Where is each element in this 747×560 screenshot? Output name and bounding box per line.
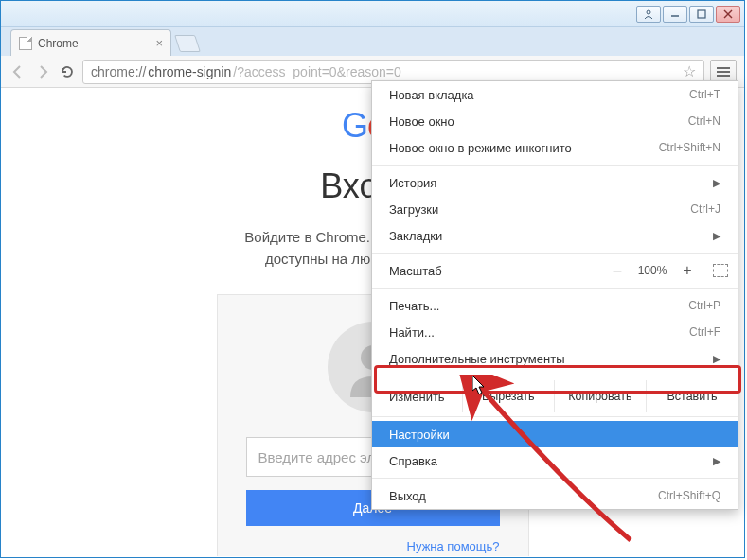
bookmark-star-icon[interactable]: ☆ — [683, 62, 696, 80]
menu-item-downloads[interactable]: ЗагрузкиCtrl+J — [372, 196, 738, 222]
submenu-arrow-icon: ▶ — [713, 230, 720, 242]
tab-close-icon[interactable]: × — [155, 36, 163, 50]
zoom-controls: – 100% + — [611, 262, 728, 279]
submenu-arrow-icon: ▶ — [713, 177, 720, 189]
maximize-button[interactable] — [689, 6, 714, 23]
menu-item-find[interactable]: Найти...Ctrl+F — [372, 319, 738, 345]
hamburger-icon — [717, 67, 730, 77]
chrome-main-menu: Новая вкладкаCtrl+T Новое окноCtrl+N Нов… — [371, 80, 738, 510]
window-close-button[interactable] — [716, 6, 740, 23]
menu-item-new-window[interactable]: Новое окноCtrl+N — [372, 108, 738, 134]
browser-tab[interactable]: Chrome × — [10, 29, 171, 56]
menu-item-new-tab[interactable]: Новая вкладкаCtrl+T — [372, 81, 738, 108]
menu-separator — [372, 376, 738, 376]
menu-separator — [372, 288, 738, 289]
back-button[interactable] — [9, 62, 27, 81]
menu-paste-button[interactable]: Вставить — [646, 380, 738, 412]
menu-separator — [372, 165, 738, 166]
mouse-cursor-icon — [472, 376, 488, 396]
help-link[interactable]: Нужна помощь? — [407, 539, 500, 553]
submenu-arrow-icon: ▶ — [713, 353, 720, 365]
tab-strip: Chrome × — [1, 27, 744, 56]
menu-item-edit-row: Изменить Вырезать Копировать Вставить — [372, 380, 738, 412]
zoom-value: 100% — [635, 264, 669, 277]
minimize-button[interactable] — [663, 6, 687, 23]
reload-button[interactable] — [58, 62, 77, 81]
menu-edit-label: Изменить — [372, 390, 462, 404]
url-path: /?access_point=0&reason=0 — [233, 64, 400, 79]
url-host: chrome-signin — [148, 64, 231, 79]
menu-separator — [372, 478, 738, 479]
user-account-icon[interactable] — [636, 6, 661, 23]
menu-item-settings[interactable]: Настройки — [372, 421, 738, 447]
submenu-arrow-icon: ▶ — [713, 455, 720, 467]
menu-item-history[interactable]: История▶ — [372, 169, 738, 196]
zoom-out-button[interactable]: – — [611, 262, 624, 279]
menu-separator — [372, 253, 738, 254]
menu-separator — [372, 416, 738, 417]
page-icon — [19, 37, 32, 50]
menu-item-zoom: Масштаб – 100% + — [372, 257, 738, 284]
tab-title: Chrome — [38, 37, 79, 50]
fullscreen-icon[interactable] — [713, 264, 728, 277]
url-scheme: chrome:// — [91, 64, 146, 79]
menu-item-exit[interactable]: ВыходCtrl+Shift+Q — [372, 482, 738, 509]
forward-button[interactable] — [33, 62, 52, 81]
window-frame: Chrome × chrome://chrome-signin/?access_… — [0, 0, 745, 558]
menu-item-bookmarks[interactable]: Закладки▶ — [372, 222, 738, 249]
menu-copy-button[interactable]: Копировать — [554, 380, 646, 412]
menu-item-incognito[interactable]: Новое окно в режиме инкогнитоCtrl+Shift+… — [372, 134, 738, 161]
menu-item-more-tools[interactable]: Дополнительные инструменты▶ — [372, 345, 738, 372]
window-titlebar — [1, 1, 744, 27]
svg-rect-2 — [698, 10, 705, 18]
new-tab-button[interactable] — [174, 35, 201, 52]
menu-item-help[interactable]: Справка▶ — [372, 447, 738, 474]
svg-point-0 — [647, 10, 650, 14]
zoom-in-button[interactable]: + — [681, 262, 694, 279]
menu-item-print[interactable]: Печать...Ctrl+P — [372, 292, 738, 319]
